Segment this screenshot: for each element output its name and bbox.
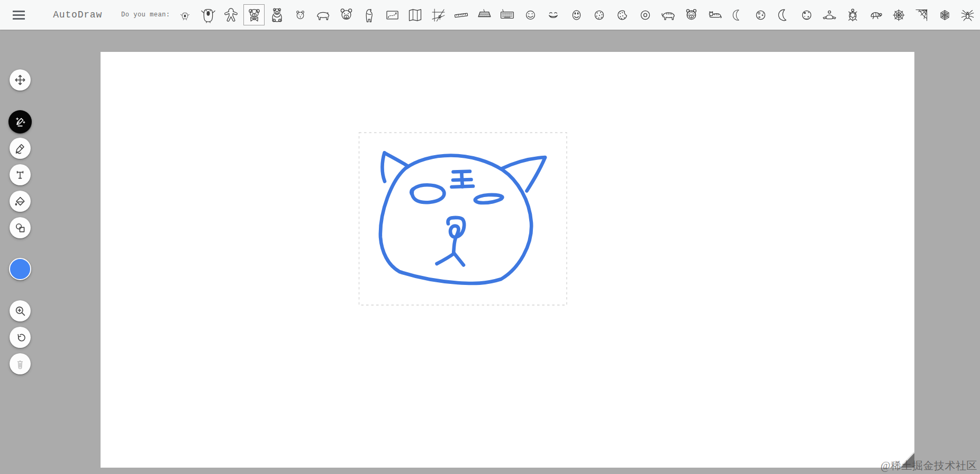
doodle-left-ear-inner	[385, 153, 407, 166]
suggestion-cookie-bitten-icon[interactable]	[612, 4, 633, 25]
draw-tool-button[interactable]	[10, 138, 31, 159]
suggestion-polar-bear-face-icon[interactable]	[289, 4, 311, 25]
drawing-canvas[interactable]	[101, 52, 914, 468]
suggestion-crescent-moon-thin-icon[interactable]	[727, 4, 748, 25]
suggestion-sea-turtle-side-icon[interactable]	[865, 4, 886, 25]
select-tool-button[interactable]	[10, 69, 31, 91]
doodle-mouth-right	[454, 254, 464, 265]
draw-icon	[14, 142, 26, 155]
delete-tool-button[interactable]	[10, 353, 31, 374]
type-icon	[14, 168, 26, 181]
suggestion-sea-turtle-top-icon[interactable]	[842, 4, 863, 25]
suggestion-crescent-moon-icon[interactable]	[773, 4, 794, 25]
suggestion-spider-web-icon[interactable]	[888, 4, 909, 25]
color-swatch-button[interactable]	[9, 258, 31, 280]
doodle-cat-face[interactable]	[380, 153, 545, 284]
suggestion-yeti-small-icon[interactable]	[175, 4, 196, 25]
suggestion-sea-turtle-front-icon[interactable]	[819, 4, 840, 25]
menu-button[interactable]	[9, 4, 28, 25]
fill-tool-button[interactable]	[10, 191, 31, 212]
shape-icon	[14, 221, 26, 234]
type-tool-button[interactable]	[10, 164, 31, 185]
select-icon	[14, 74, 26, 86]
suggestion-keyboard-3d-icon[interactable]	[474, 4, 495, 25]
suggestion-spider-web-hex-icon[interactable]	[934, 4, 955, 25]
suggestion-polar-bear-standing-icon[interactable]	[359, 4, 380, 25]
suggestion-teddy-bear-head-icon[interactable]	[243, 4, 265, 25]
suggestion-smiley-oval-icon[interactable]	[566, 4, 587, 25]
autodraw-tool-button[interactable]	[8, 110, 32, 133]
autodraw-icon	[14, 115, 26, 128]
suggestion-cookie-icon[interactable]	[589, 4, 610, 25]
suggestion-tiger-lying-icon[interactable]	[704, 4, 725, 25]
suggestion-spider-web-corner-icon[interactable]	[911, 4, 932, 25]
doodle-right-eye	[475, 195, 503, 203]
doodle-nose	[448, 218, 465, 253]
suggestion-treasure-map-icon[interactable]	[382, 4, 403, 25]
doodle-head	[380, 156, 531, 284]
suggestion-street-map-icon[interactable]	[428, 4, 449, 25]
zoom-icon	[14, 305, 26, 317]
doodle-right-ear	[502, 157, 545, 169]
suggestion-gingerbread-man-icon[interactable]	[221, 4, 242, 25]
suggestion-strip	[175, 4, 980, 25]
suggestion-teddy-bear-icon[interactable]	[267, 4, 288, 25]
user-drawing	[101, 52, 914, 468]
delete-icon	[14, 357, 26, 370]
suggestion-smile-icon[interactable]	[543, 4, 564, 25]
doodle-right-ear-inner	[527, 158, 546, 191]
hamburger-icon	[13, 11, 25, 12]
suggestion-ruler-icon[interactable]	[451, 4, 472, 25]
suggestion-yeti-icon[interactable]	[197, 4, 219, 25]
suggestion-tiger-icon[interactable]	[658, 4, 679, 25]
suggestion-tiger-face-icon[interactable]	[681, 4, 702, 25]
doodle-left-eye	[411, 185, 444, 202]
undo-icon	[14, 331, 26, 344]
suggestion-keyboard-icon[interactable]	[497, 4, 518, 25]
doodle-left-ear	[382, 153, 385, 182]
watermark: @稀土掘金技术社区	[881, 459, 977, 473]
suggestion-donut-icon[interactable]	[635, 4, 656, 25]
suggestion-smiley-icon[interactable]	[520, 4, 541, 25]
doodle-mouth-left	[437, 254, 455, 264]
suggestion-bear-walking-icon[interactable]	[313, 4, 334, 25]
suggestion-spider-icon[interactable]	[957, 4, 978, 25]
undo-tool-button[interactable]	[10, 327, 31, 348]
doodle-wang-stem	[462, 173, 463, 187]
suggestion-full-moon-icon[interactable]	[796, 4, 817, 25]
suggestion-folded-map-icon[interactable]	[405, 4, 426, 25]
shape-tool-button[interactable]	[10, 217, 31, 238]
suggestion-bear-face-icon[interactable]	[335, 4, 357, 25]
zoom-tool-button[interactable]	[10, 300, 31, 321]
fill-icon	[14, 195, 26, 208]
suggest-label: Do you mean:	[121, 11, 170, 19]
suggestion-moon-craters-icon[interactable]	[750, 4, 771, 25]
top-bar: AutoDraw Do you mean:	[0, 0, 980, 30]
app-title: AutoDraw	[53, 10, 102, 20]
